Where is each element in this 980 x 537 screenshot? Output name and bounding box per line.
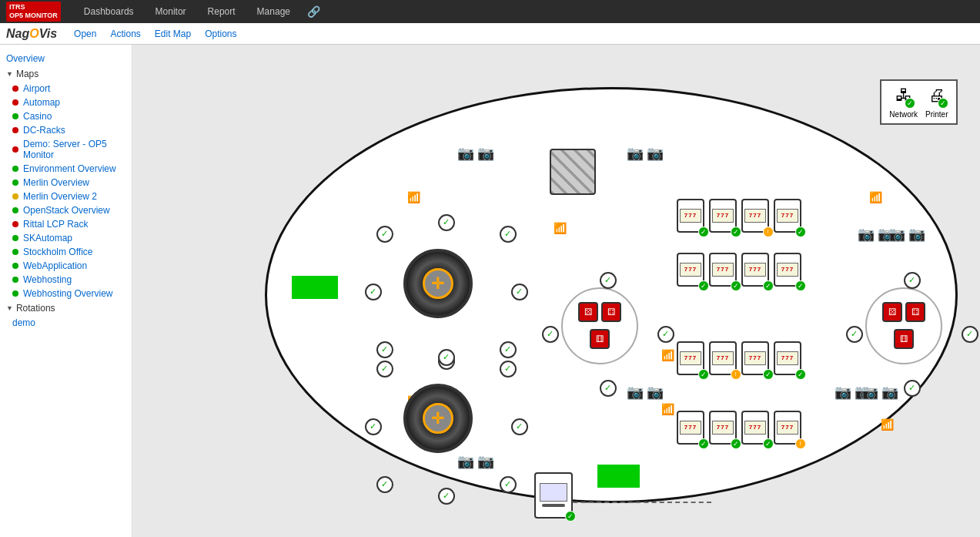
sidebar-item-environment[interactable]: Environment Overview: [0, 162, 132, 176]
escalator-graphic: [550, 149, 596, 195]
slot-status-ok: ✓: [698, 369, 709, 380]
sidebar-item-demo-rotation[interactable]: demo: [0, 316, 132, 330]
slot-m2[interactable]: 777 !: [709, 341, 737, 375]
slot-m1[interactable]: 777 ✓: [677, 341, 704, 375]
seat-icon: ✓: [500, 361, 517, 378]
die-dots-r3: ⚅: [900, 334, 908, 344]
seat-icon: ✓: [511, 418, 528, 435]
escalator-icon: [550, 149, 596, 195]
slot-screen: 777: [680, 421, 701, 435]
slot-row-bottom: 777 ✓ 777 ✓ 777 ✓: [677, 411, 801, 445]
wifi-icon-left: 📶: [407, 191, 420, 203]
roulette-table-bottom[interactable]: ✛ ✓ ✓ ✓ ✓ ✓: [369, 349, 507, 488]
slot-6[interactable]: 777 ✓: [709, 253, 737, 287]
camera-icon-2: 📷: [477, 145, 494, 162]
slot-b4[interactable]: 777 !: [774, 411, 801, 445]
slot-b2[interactable]: 777 ✓: [709, 411, 737, 445]
die-r3: ⚅: [894, 329, 914, 349]
seat-check: ✓: [851, 329, 858, 339]
sidebar-item-webhosting-overview[interactable]: Webhosting Overview: [0, 287, 132, 300]
printer-device: 🖨 ✓: [928, 86, 945, 106]
slot-7[interactable]: 777 ✓: [741, 253, 769, 287]
camera-icon-3: 📷: [627, 145, 644, 162]
sidebar-item-casino[interactable]: Casino: [0, 109, 132, 123]
camera-far-right-top[interactable]: 📷 📷: [888, 226, 925, 243]
roulette-table-top[interactable]: ✛ ✓ ✓ ✓ ✓ ✓: [369, 214, 507, 353]
seat-icon: ✓: [600, 272, 617, 289]
roulette-graphic: ✛: [403, 249, 473, 318]
die-dots-r1: ⚄: [888, 307, 896, 317]
seat-check: ✓: [662, 329, 669, 339]
status-dot-dc-racks: [12, 127, 18, 133]
slot-status-ok: ✓: [731, 227, 741, 237]
seat-check: ✓: [504, 479, 511, 489]
sidebar-maps-header[interactable]: Maps: [0, 66, 132, 82]
sidebar-item-skautomap[interactable]: SKAutomap: [0, 231, 132, 245]
network-device: 🖧 ✓: [895, 86, 912, 106]
slot-8[interactable]: 777 ✓: [774, 253, 801, 287]
logo: ITRS OP5 MONITOR: [6, 2, 61, 22]
slot-5[interactable]: 777 ✓: [677, 253, 704, 287]
sidebar-item-openstack[interactable]: OpenStack Overview: [0, 203, 132, 217]
die-dots-3: ⚅: [596, 334, 604, 344]
sub-nav-actions[interactable]: Actions: [104, 25, 146, 42]
slot-screen: 777: [777, 209, 798, 223]
sidebar-overview[interactable]: Overview: [0, 51, 132, 66]
sidebar: Overview Maps Airport Automap Casino DC-…: [0, 45, 132, 537]
status-dot-rittal: [12, 221, 18, 227]
nav-dashboards[interactable]: Dashboards: [79, 3, 139, 20]
slot-status-ok: ✓: [698, 280, 709, 291]
seat-icon: ✓: [438, 349, 455, 366]
sub-nav-edit-map[interactable]: Edit Map: [149, 25, 197, 42]
slot-b1[interactable]: 777 ✓: [677, 411, 704, 445]
slot-b3[interactable]: 777 ✓: [741, 411, 769, 445]
network-printer-box[interactable]: 🖧 ✓ Network 🖨 ✓ Printer: [880, 79, 957, 125]
slot-screen: 777: [777, 351, 798, 365]
slot-m3[interactable]: 777 ✓: [741, 341, 769, 375]
slot-status-ok: ✓: [698, 438, 709, 449]
sub-nav-open[interactable]: Open: [68, 25, 102, 42]
slot-3[interactable]: 777 !: [741, 199, 769, 233]
sidebar-item-automap[interactable]: Automap: [0, 96, 132, 109]
sidebar-item-webhosting[interactable]: Webhosting: [0, 273, 132, 287]
seat-icon: ✓: [376, 361, 393, 378]
dice-table-center[interactable]: ⚄ ⚃ ⚅ ✓ ✓ ✓: [546, 272, 654, 380]
atm-terminal[interactable]: ✓: [534, 472, 573, 519]
slot-screen: 777: [744, 263, 766, 277]
nav-report[interactable]: Report: [203, 3, 240, 20]
sub-nav-options[interactable]: Options: [199, 25, 242, 42]
sidebar-item-airport[interactable]: Airport: [0, 82, 132, 96]
slot-m4[interactable]: 777 ✓: [774, 341, 801, 375]
slot-status-ok: ✓: [731, 280, 741, 291]
nav-manage[interactable]: Manage: [253, 3, 295, 20]
sidebar-item-merlin[interactable]: Merlin Overview: [0, 176, 132, 190]
slot-1[interactable]: 777 ✓: [677, 199, 704, 233]
camera-group-top-left[interactable]: 📷 📷: [457, 145, 494, 162]
printer-icon-group: 🖨 ✓ Printer: [925, 86, 948, 119]
die-dots-r2: ⚃: [911, 307, 919, 317]
sidebar-item-webapplication[interactable]: WebApplication: [0, 259, 132, 273]
slot-status-ok: ✓: [763, 438, 774, 449]
slot-status-ok: ✓: [763, 369, 774, 380]
seat-icon: ✓: [438, 488, 455, 505]
sidebar-rotations-header[interactable]: Rotations: [0, 300, 132, 316]
sidebar-item-rittal[interactable]: Rittal LCP Rack: [0, 217, 132, 231]
camera-group-mid[interactable]: 📷 📷: [627, 384, 664, 401]
camera-group-top-center[interactable]: 📷 📷: [627, 145, 664, 162]
slot-2[interactable]: 777 ✓: [709, 199, 737, 233]
dice-table-right[interactable]: ⚄ ⚃ ⚅ ✓ ✓ ✓: [850, 272, 958, 380]
die-r2: ⚃: [905, 302, 925, 322]
sidebar-item-dc-racks[interactable]: DC-Racks: [0, 123, 132, 137]
roulette-inner: ✛: [423, 268, 453, 299]
sidebar-item-stockholm[interactable]: Stockholm Office: [0, 245, 132, 259]
sidebar-item-demo-server[interactable]: Demo: Server - OP5 Monitor: [0, 137, 132, 162]
seat-check: ✓: [516, 287, 523, 297]
sidebar-item-merlin2[interactable]: Merlin Overview 2: [0, 190, 132, 203]
map-area: 🖧 ✓ Network 🖨 ✓ Printer: [132, 45, 980, 537]
slot-screen: 777: [680, 351, 701, 365]
seat-icon: ✓: [904, 380, 921, 397]
sub-navigation: NagOVis Open Actions Edit Map Options: [0, 23, 980, 45]
slot-4[interactable]: 777 ✓: [774, 199, 801, 233]
camera-bottom-right[interactable]: 📷 📷: [861, 384, 898, 401]
nav-monitor[interactable]: Monitor: [151, 3, 191, 20]
